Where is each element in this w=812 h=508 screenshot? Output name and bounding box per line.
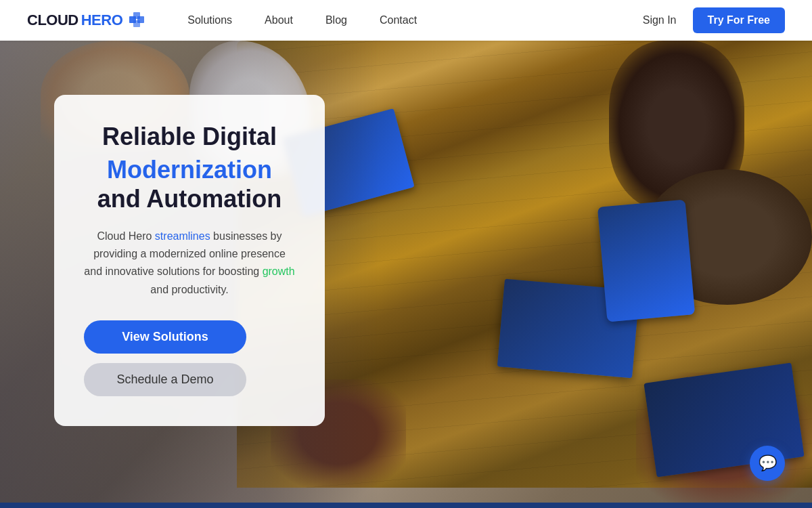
hero-title-line1: Reliable Digital (102, 123, 277, 150)
sign-in-button[interactable]: Sign In (643, 14, 677, 26)
hero-title-line2: Modernization (107, 156, 272, 184)
hero-card: Reliable Digital Modernization and Autom… (54, 95, 325, 426)
hero-desc-part3: and productivity. (150, 284, 228, 295)
logo-hero: HERO (81, 12, 123, 29)
hero-description: Cloud Hero streamlines businesses by pro… (84, 228, 295, 299)
nav-item-blog[interactable]: Blog (325, 14, 347, 26)
chat-bubble[interactable]: 💬 (750, 446, 785, 481)
hero-title-line3: and Automation (97, 185, 282, 213)
svg-rect-3 (133, 20, 140, 27)
hero-buttons: View Solutions Schedule a Demo (84, 320, 295, 396)
schedule-demo-button[interactable]: Schedule a Demo (84, 363, 246, 396)
hero-growth: growth (263, 266, 295, 277)
logo[interactable]: CLOUDHERO (27, 11, 147, 30)
hero-streamlines: streamlines (155, 230, 210, 242)
view-solutions-button[interactable]: View Solutions (84, 320, 246, 354)
navbar: CLOUDHERO Solutions About Blog Contact S… (0, 0, 812, 41)
hero-desc-part1: Cloud Hero (97, 230, 154, 242)
nav-actions: Sign In Try For Free (643, 7, 785, 33)
nav-item-about[interactable]: About (265, 14, 293, 26)
nav-item-contact[interactable]: Contact (380, 14, 417, 26)
logo-cloud: CLOUD (27, 12, 78, 29)
try-free-button[interactable]: Try For Free (693, 7, 785, 33)
chat-icon: 💬 (759, 454, 777, 472)
nav-item-solutions[interactable]: Solutions (187, 14, 232, 26)
logo-icon (128, 11, 147, 30)
bottom-bar (0, 503, 812, 508)
tablet-screen (597, 200, 695, 322)
nav-links: Solutions About Blog Contact (187, 14, 642, 26)
